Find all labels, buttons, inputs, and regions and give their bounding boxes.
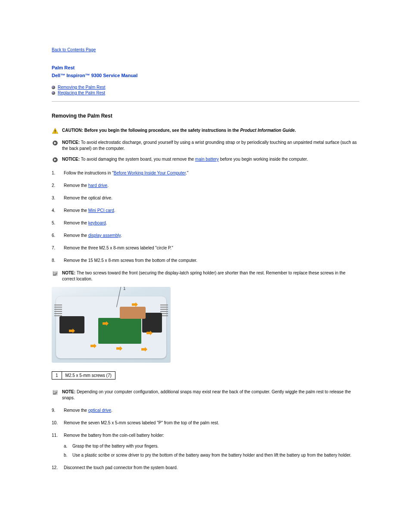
svg-rect-1	[55, 130, 55, 132]
note2-text: Depending on your computer configuration…	[62, 389, 351, 400]
step-5-post: .	[106, 221, 107, 225]
notice1-prefix: NOTICE:	[62, 140, 80, 145]
note1-text: The two screws toward the front (securin…	[62, 271, 346, 281]
legend-text: M2.5 x 5-mm screws (7)	[62, 372, 115, 380]
note2-prefix: NOTE:	[62, 389, 75, 394]
before-working-link[interactable]: Before Working Inside Your Computer	[114, 171, 186, 175]
legend-num: 1	[52, 372, 62, 380]
toc-link-remove[interactable]: Removing the Palm Rest	[58, 85, 106, 90]
step-1: Follow the instructions in "Before Worki…	[52, 170, 359, 176]
step-1-post: ."	[186, 171, 188, 175]
note-icon	[52, 389, 59, 396]
caution-icon	[52, 128, 59, 134]
notice-icon	[52, 140, 59, 146]
step-4-post: .	[114, 208, 115, 213]
notice1-text: To avoid electrostatic discharge, ground…	[62, 140, 357, 151]
step-2: Remove the hard drive.	[52, 183, 359, 188]
step-11: Remove the battery from the coin-cell ba…	[52, 432, 359, 458]
bullet-icon	[52, 91, 55, 95]
step-6: Remove the display assembly.	[52, 233, 359, 238]
notice-icon	[52, 156, 59, 163]
bullet-icon	[52, 86, 55, 89]
toc-link-replace[interactable]: Replacing the Palm Rest	[58, 90, 105, 95]
step-5-pre: Remove the	[64, 221, 88, 225]
note1-prefix: NOTE:	[62, 271, 75, 275]
step-4-pre: Remove the	[64, 208, 88, 213]
step-6-post: .	[121, 233, 122, 238]
step-2-pre: Remove the	[64, 183, 88, 188]
procedure-steps-cont: Remove the optical drive. Remove the sev…	[52, 408, 359, 470]
step-6-pre: Remove the	[64, 233, 88, 238]
divider	[52, 101, 359, 102]
note-icon	[52, 270, 59, 277]
back-to-contents-link[interactable]: Back to Contents Page	[52, 47, 359, 52]
procedure-steps: Follow the instructions in "Before Worki…	[52, 170, 359, 263]
table-row: 1 M2.5 x 5-mm screws (7)	[52, 372, 115, 380]
caution-text-prefix: CAUTION: Before you begin the following …	[62, 128, 239, 133]
step-1-pre: Follow the instructions in "	[64, 171, 114, 175]
step-11-text: Remove the battery from the coin-cell ba…	[64, 433, 164, 438]
step-5: Remove the keyboard.	[52, 220, 359, 226]
step-3: Remove the optical drive.	[52, 195, 359, 201]
note-callout-1: NOTE: The two screws toward the front (s…	[52, 270, 359, 282]
hard-drive-link[interactable]: hard drive	[88, 183, 107, 188]
main-battery-link[interactable]: main battery	[195, 157, 219, 162]
step-11b: Use a plastic scribe or screw driver to …	[64, 452, 359, 458]
keyboard-link[interactable]: keyboard	[88, 221, 106, 225]
manual-title: Dell™ Inspiron™ 9300 Service Manual	[52, 73, 359, 78]
caution-callout: CAUTION: Before you begin the following …	[52, 128, 359, 134]
step-2-post: .	[107, 183, 109, 188]
step-9-post: .	[111, 408, 112, 413]
notice-callout-battery: NOTICE: To avoid damaging the system boa…	[52, 156, 359, 163]
section-heading-remove: Removing the Palm Rest	[52, 113, 359, 119]
mini-pci-link[interactable]: Mini PCI card	[88, 208, 114, 213]
note-callout-2: NOTE: Depending on your computer configu…	[52, 389, 359, 401]
notice2-prefix: NOTICE:	[62, 157, 80, 162]
step-12: Disconnect the touch pad connector from …	[52, 465, 359, 470]
notice2-post: before you begin working inside the comp…	[219, 157, 308, 162]
caution-text-suffix: .	[295, 128, 296, 133]
step-10: Remove the seven M2.5 x 5-mm screws labe…	[52, 420, 359, 426]
svg-rect-2	[55, 132, 55, 133]
step-11a: Grasp the top of the battery with your f…	[64, 443, 359, 449]
step-9: Remove the optical drive.	[52, 408, 359, 413]
figure-legend-table: 1 M2.5 x 5-mm screws (7)	[52, 371, 115, 380]
notice2-pre: To avoid damaging the system board, you …	[80, 157, 195, 162]
palm-rest-figure: 1	[52, 287, 171, 363]
display-assembly-link[interactable]: display assembly	[88, 233, 121, 238]
step-4: Remove the Mini PCI card.	[52, 208, 359, 213]
optical-drive-link[interactable]: optical drive	[88, 408, 111, 413]
toc-list: Removing the Palm Rest Replacing the Pal…	[52, 85, 359, 95]
caution-emph: Product Information Guide	[240, 128, 295, 133]
notice-callout-esd: NOTICE: To avoid electrostatic discharge…	[52, 140, 359, 151]
step-8: Remove the 15 M2.5 x 8-mm screws from th…	[52, 258, 359, 263]
figure-label-1: 1	[123, 287, 126, 291]
step-9-pre: Remove the	[64, 408, 88, 413]
page-title: Palm Rest	[52, 65, 359, 70]
step-7: Remove the three M2.5 x 8-mm screws labe…	[52, 245, 359, 251]
